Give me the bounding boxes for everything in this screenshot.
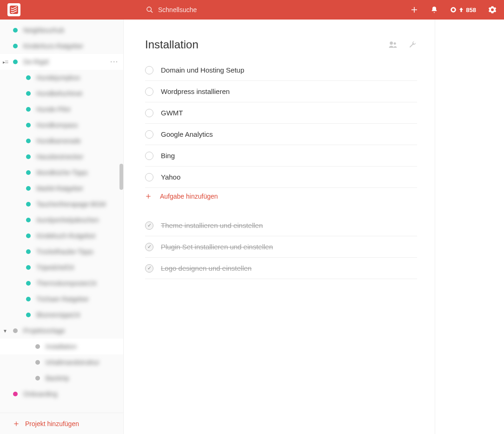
- sidebar-item-label: Neighbourhub: [23, 27, 64, 34]
- task-row[interactable]: Domain und Hosting Setup: [145, 60, 417, 81]
- task-row[interactable]: Theme installieren und einstellen: [145, 215, 417, 236]
- project-color-dot: [13, 60, 18, 64]
- project-settings-button[interactable]: [408, 40, 417, 49]
- task-text: Domain und Hosting Setup: [161, 66, 244, 74]
- sidebar-item[interactable]: Blumenrippe24: [0, 307, 123, 323]
- sidebar-item-label: Backtrip: [46, 374, 69, 382]
- notifications-button[interactable]: [431, 6, 438, 13]
- project-color-dot: [26, 123, 31, 127]
- project-color-dot: [26, 265, 31, 270]
- sidebar-item-label: Hundkompass: [36, 121, 78, 129]
- sidebar-item[interactable]: Tauchertherapage-BGM: [0, 196, 123, 212]
- sidebar-item-label: Hundkamerade: [36, 137, 81, 145]
- task-checkbox[interactable]: [145, 173, 153, 181]
- task-checkbox[interactable]: [145, 66, 153, 74]
- task-text: Google Analytics: [161, 130, 213, 138]
- task-text: Theme installieren und einstellen: [161, 221, 263, 229]
- bell-icon: [431, 6, 438, 13]
- task-row[interactable]: Plugin Set installieren und einstellen: [145, 236, 417, 258]
- project-color-dot: [35, 360, 40, 365]
- sidebar-item-label: Trichaer-Ratgeber: [36, 295, 89, 303]
- main-area: Installation Domain und Hosting SetupWor…: [124, 20, 504, 434]
- sidebar-item-label: Onboarding: [23, 390, 57, 398]
- sidebar-item[interactable]: Hundkamerade: [0, 133, 123, 149]
- drag-handle-icon[interactable]: ≡: [5, 58, 8, 66]
- project-color-dot: [13, 328, 18, 333]
- task-checkbox[interactable]: [145, 264, 153, 273]
- sidebar-item[interactable]: Backtrip: [0, 370, 123, 386]
- project-color-dot: [26, 139, 31, 143]
- task-text: GWMT: [161, 109, 183, 117]
- project-color-dot: [26, 186, 31, 191]
- sidebar-item[interactable]: ▸≡De-Rigid···: [0, 54, 123, 70]
- trend-up-icon: [459, 7, 463, 12]
- task-row[interactable]: Wordpress installieren: [145, 81, 417, 102]
- sidebar-item[interactable]: Aundyenhelpdeschen: [0, 212, 123, 228]
- karma-score[interactable]: 858: [450, 7, 476, 13]
- sidebar-scrollbar[interactable]: [119, 164, 123, 190]
- chevron-down-icon[interactable]: ▼: [3, 328, 7, 334]
- sidebar-item-label: Tripedchef24: [36, 264, 74, 271]
- sidebar-item[interactable]: Kinderkurs-Ratgeber: [0, 38, 123, 54]
- sidebar-item[interactable]: Onboarding: [0, 386, 123, 402]
- task-row[interactable]: Logo designen und einstellen: [145, 258, 417, 279]
- task-text: Wordpress installieren: [161, 87, 230, 95]
- settings-button[interactable]: [488, 6, 497, 14]
- task-row[interactable]: GWMT: [145, 102, 417, 124]
- karma-icon: [450, 7, 457, 13]
- sidebar-item[interactable]: Hausbestnecker: [0, 149, 123, 165]
- more-options-icon[interactable]: ···: [110, 58, 119, 66]
- sidebar-item-label: Inhaltmandstruktur: [46, 359, 99, 366]
- task-checkbox[interactable]: [145, 152, 153, 160]
- sidebar-item[interactable]: Thermokomposter24: [0, 275, 123, 291]
- sidebar-item[interactable]: Trockelhaube-Tipps: [0, 244, 123, 260]
- task-text: Yahoo: [161, 173, 180, 181]
- add-project-button[interactable]: Projekt hinzufügen: [0, 413, 123, 434]
- task-checkbox[interactable]: [145, 109, 153, 117]
- sidebar-item-label: Tauchertherapage-BGM: [36, 200, 106, 208]
- sidebar-item[interactable]: Trichaer-Ratgeber: [0, 291, 123, 307]
- sidebar-item[interactable]: Inhaltmandstruktur: [0, 354, 123, 370]
- project-color-dot: [26, 281, 31, 286]
- sidebar-item[interactable]: Hunde-Pilot: [0, 101, 123, 117]
- search-icon: [146, 6, 153, 13]
- svg-point-9: [390, 41, 393, 45]
- sidebar-item[interactable]: Tripedchef24: [0, 260, 123, 275]
- svg-line-2: [151, 11, 153, 13]
- sidebar-item[interactable]: Mundküche-Tipps: [0, 165, 123, 180]
- sidebar-item[interactable]: Marbit-Ratgeber: [0, 180, 123, 196]
- sidebar-item[interactable]: ▼Projektvorlage: [0, 323, 123, 339]
- sidebar-item-label: Mundküche-Tipps: [36, 169, 88, 176]
- sidebar-item-label: De-Rigid: [23, 58, 48, 66]
- add-task-button[interactable]: [410, 6, 418, 14]
- share-project-button[interactable]: [388, 40, 398, 49]
- sidebar-item[interactable]: Neighbourhub: [0, 22, 123, 38]
- sidebar-item[interactable]: Installation: [0, 339, 123, 354]
- add-task-button[interactable]: Aufgabe hinzufügen: [145, 188, 417, 211]
- task-row[interactable]: Bing: [145, 145, 417, 167]
- sidebar-item-label: Kinderkurs-Ratgeber: [23, 42, 83, 50]
- task-checkbox[interactable]: [145, 130, 153, 139]
- task-text: Logo designen und einstellen: [161, 264, 252, 272]
- task-checkbox[interactable]: [145, 87, 153, 96]
- search-box[interactable]: [146, 6, 401, 13]
- project-color-dot: [26, 218, 31, 222]
- task-row[interactable]: Yahoo: [145, 167, 417, 188]
- top-actions: 858: [410, 6, 497, 14]
- sidebar-item[interactable]: Kindekuch-Rutgebot: [0, 228, 123, 244]
- task-row[interactable]: Google Analytics: [145, 124, 417, 145]
- sidebar-item[interactable]: Hundejumpbox: [0, 70, 123, 86]
- project-color-dot: [26, 249, 31, 254]
- todoist-logo-icon: [10, 6, 18, 14]
- sidebar-item[interactable]: Hundbefuchtnet: [0, 86, 123, 101]
- task-checkbox[interactable]: [145, 243, 153, 251]
- sidebar-item-label: Trockelhaube-Tipps: [36, 248, 93, 255]
- task-checkbox[interactable]: [145, 221, 153, 230]
- sidebar-item-label: Hausbestnecker: [36, 153, 83, 160]
- svg-point-6: [452, 8, 455, 11]
- search-input[interactable]: [158, 6, 239, 13]
- plus-icon: [410, 6, 418, 14]
- app-logo[interactable]: [7, 3, 20, 16]
- sidebar-item[interactable]: Hundkompass: [0, 117, 123, 133]
- task-text: Plugin Set installieren und einstellen: [161, 243, 273, 251]
